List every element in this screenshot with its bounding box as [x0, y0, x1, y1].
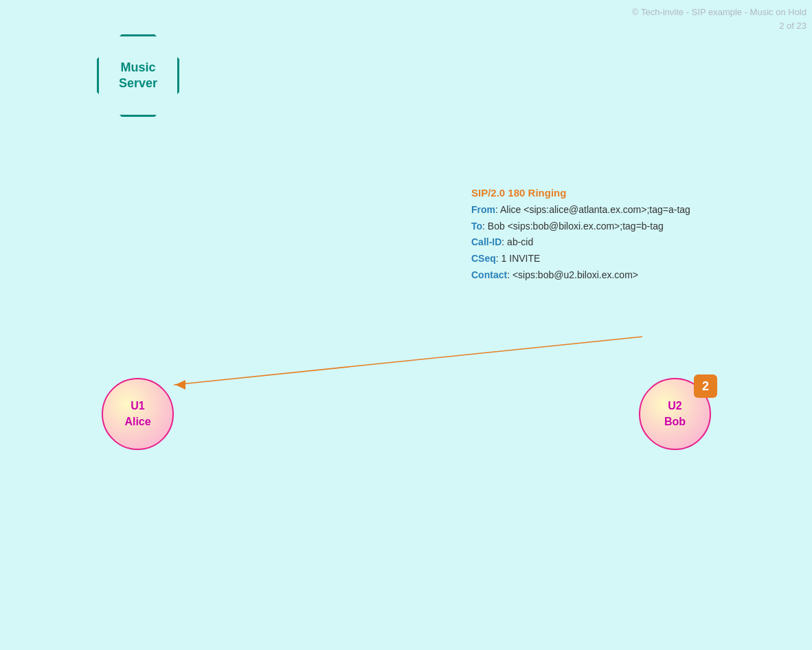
svg-marker-1	[175, 380, 185, 390]
svg-line-0	[174, 337, 642, 385]
copyright-text: © Tech-invite - SIP example - Music on H…	[632, 5, 807, 32]
u2-line2: Bob	[664, 416, 686, 427]
sip-cseq-label: CSeq	[471, 253, 496, 264]
u1-line2: Alice	[124, 416, 150, 427]
u1-alice-node: U1 Alice	[102, 378, 174, 450]
music-server-line2: Server	[119, 76, 157, 90]
u1-line1: U1	[131, 400, 144, 412]
sip-contact-label: Contact	[471, 269, 507, 280]
music-server-node: Music Server	[97, 34, 179, 117]
music-server-line1: Music	[120, 60, 155, 74]
bob-badge: 2	[694, 374, 717, 398]
u2-line1: U2	[668, 400, 681, 412]
sip-to-value: : Bob <sips:bob@biloxi.ex.com>;tag=b-tag	[482, 221, 664, 232]
sip-cseq-value: : 1 INVITE	[496, 253, 541, 264]
sip-callid-label: Call-ID	[471, 236, 501, 247]
sip-message-box: SIP/2.0 180 Ringing From: Alice <sips:al…	[471, 184, 690, 284]
sip-callid-value: : ab-cid	[501, 236, 533, 247]
sip-contact-value: : <sips:bob@u2.biloxi.ex.com>	[507, 269, 638, 280]
sip-status-line: SIP/2.0 180 Ringing	[471, 187, 566, 199]
sip-from-value: : Alice <sips:alice@atlanta.ex.com>;tag=…	[495, 204, 690, 215]
sip-from-label: From	[471, 204, 495, 215]
sip-to-label: To	[471, 221, 482, 232]
